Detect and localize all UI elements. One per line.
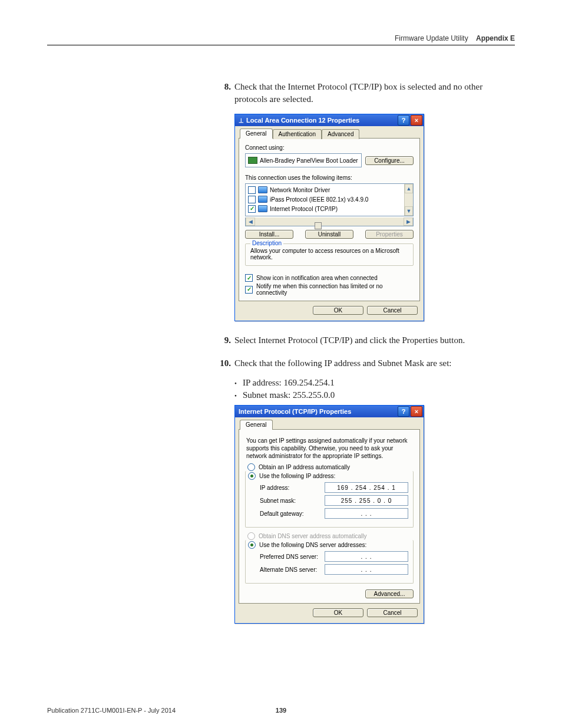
header-section: Firmware Update Utility [395,34,468,42]
ok-button[interactable]: OK [313,306,363,315]
header-chapter: Appendix E [476,34,515,42]
subnet-mask-label: Subnet mask: [260,498,296,504]
help-button[interactable]: ? [398,406,409,417]
use-following-dns-row[interactable]: Use the following DNS server addresses: [248,541,408,549]
step-number: 8. [218,81,231,93]
radio-label: Use the following IP address: [259,473,335,479]
advanced-button[interactable]: Advanced... [365,589,414,598]
horizontal-scrollbar[interactable]: ◀ ▶ [245,218,414,226]
dialog-titlebar[interactable]: Internet Protocol (TCP/IP) Properties ? … [235,406,424,417]
step-text: Select Internet Protocol (TCP/IP) and cl… [234,335,465,345]
nic-icon [248,157,257,164]
preferred-dns-label: Preferred DNS server: [260,554,318,560]
step-number: 9. [218,334,231,347]
protocol-icon [258,196,267,203]
bullet-subnet: Subnet mask: 255.255.0.0 [234,390,515,400]
adapter-name: Allen-Bradley PanelView Boot Loader [260,157,358,164]
show-icon-label: Show icon in notification area when conn… [256,275,378,281]
items-label: This connection uses the following items… [245,174,414,181]
radio-label: Obtain DNS server address automatically [259,533,366,539]
list-item-label: Network Monitor Driver [270,187,330,193]
publication-id: Publication 2711C-UM001I-EN-P - July 201… [47,707,176,714]
scroll-left-icon[interactable]: ◀ [246,218,255,226]
show-icon-checkbox[interactable] [245,274,253,282]
dialog-title: Internet Protocol (TCP/IP) Properties [239,408,351,415]
radio-checked[interactable] [248,472,256,480]
tab-general[interactable]: General [240,129,273,139]
adapter-field: Allen-Bradley PanelView Boot Loader [245,153,362,167]
page-footer: Publication 2711C-UM001I-EN-P - July 201… [47,707,515,714]
scroll-up-icon[interactable]: ▲ [405,184,413,193]
radio-unchecked[interactable] [247,463,255,471]
step-9: 9. Select Internet Protocol (TCP/IP) and… [218,334,515,347]
checkbox-unchecked[interactable] [248,186,256,194]
scroll-down-icon[interactable]: ▼ [405,206,413,216]
preferred-dns-input[interactable]: . . . [325,551,408,562]
install-button[interactable]: Install... [245,230,293,239]
ip-address-label: IP address: [260,485,289,491]
local-area-connection-properties-dialog: ⊥ Local Area Connection 12 Properties ? … [234,114,424,321]
running-header: Firmware Update Utility Appendix E [47,34,515,45]
step-number: 10. [218,357,231,370]
connect-using-label: Connect using: [245,144,414,151]
description-group: Description Allows your computer to acce… [245,243,414,266]
tab-authentication[interactable]: Authentication [273,129,322,139]
radio-label: Use the following DNS server addresses: [259,542,366,548]
dialog-titlebar[interactable]: ⊥ Local Area Connection 12 Properties ? … [235,114,424,126]
uninstall-button[interactable]: Uninstall [305,230,353,239]
help-button[interactable]: ? [398,115,409,126]
list-item-label: iPass Protocol (IEEE 802.1x) v3.4.9.0 [270,196,368,203]
default-gateway-label: Default gateway: [260,510,304,517]
radio-checked[interactable] [248,541,256,549]
ip-group: Use the following IP address: IP address… [245,471,414,528]
close-button[interactable]: × [411,406,422,417]
step-8: 8. Check that the Internet Protocol (TCP… [218,81,515,106]
step-text: Check that the Internet Protocol (TCP/IP… [234,82,482,104]
bullet-ip: IP address: 169.254.254.1 [234,378,515,388]
intro-text: You can get IP settings assigned automat… [246,437,412,460]
page-number: 139 [276,707,286,714]
close-button[interactable]: × [411,115,422,126]
tab-general[interactable]: General [240,420,273,430]
default-gateway-input[interactable]: . . . [325,508,408,519]
obtain-dns-auto-row: Obtain DNS server address automatically [247,532,414,540]
dialog-title: Local Area Connection 12 Properties [246,117,359,124]
configure-button[interactable]: Configure... [365,156,414,165]
tcpip-properties-dialog: Internet Protocol (TCP/IP) Properties ? … [234,405,424,624]
dns-group: Use the following DNS server addresses: … [245,540,414,584]
step-10: 10. Check that the following IP address … [218,357,515,370]
ip-address-input[interactable]: 169 . 254 . 254 . 1 [325,482,408,493]
notify-checkbox[interactable] [245,286,253,294]
cancel-button[interactable]: Cancel [367,306,418,315]
list-item[interactable]: iPass Protocol (IEEE 802.1x) v3.4.9.0 [248,195,411,204]
list-item[interactable]: Internet Protocol (TCP/IP) [248,204,411,213]
list-item[interactable]: Network Monitor Driver [248,185,411,195]
description-text: Allows your computer to access resources… [250,248,408,261]
cancel-button[interactable]: Cancel [367,608,418,617]
connection-icon: ⊥ [239,117,244,124]
use-following-ip-row[interactable]: Use the following IP address: [248,472,408,480]
list-item-label: Internet Protocol (TCP/IP) [270,206,338,212]
notify-label: Notify me when this connection has limit… [256,283,414,296]
alternate-dns-label: Alternate DNS server: [260,566,317,573]
protocol-icon [258,205,267,212]
description-legend: Description [250,240,283,246]
scroll-right-icon[interactable]: ▶ [404,218,413,226]
protocol-listbox[interactable]: Network Monitor Driver iPass Protocol (I… [245,183,414,216]
radio-disabled [247,532,255,540]
checkbox-unchecked[interactable] [248,196,256,203]
ok-button[interactable]: OK [313,608,363,617]
scrollbar-thumb[interactable] [315,222,322,229]
vertical-scrollbar[interactable]: ▲ ▼ [404,184,413,216]
protocol-icon [258,186,267,193]
subnet-mask-input[interactable]: 255 . 255 . 0 . 0 [325,495,408,506]
obtain-ip-auto-row[interactable]: Obtain an IP address automatically [247,463,414,471]
properties-button: Properties [365,230,414,239]
tab-advanced[interactable]: Advanced [322,129,359,139]
checkbox-checked[interactable] [248,205,256,213]
radio-label: Obtain an IP address automatically [259,464,350,470]
alternate-dns-input[interactable]: . . . [325,564,408,575]
step-text: Check that the following IP address and … [234,358,452,368]
